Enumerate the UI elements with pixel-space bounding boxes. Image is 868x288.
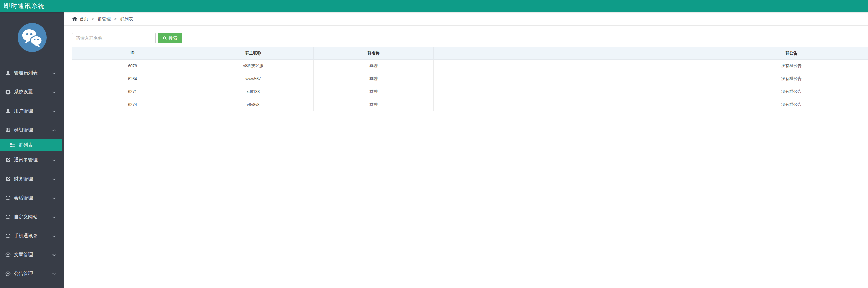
comment-icon — [5, 195, 11, 201]
wechat-logo-icon — [18, 23, 47, 52]
app-logo — [0, 12, 64, 61]
table-header-row: ID群主昵称群名称群公告 — [72, 47, 868, 60]
search-input[interactable] — [72, 33, 156, 43]
table-cell: 6264 — [72, 72, 193, 85]
home-icon — [72, 16, 77, 21]
sidebar-item[interactable]: 文章管理 — [0, 245, 64, 264]
table-column-header: 群名称 — [314, 47, 434, 60]
breadcrumb: 首页>群管理>群列表 — [64, 12, 868, 26]
sidebar-item[interactable]: 管理员列表 — [0, 64, 64, 83]
sidebar-item[interactable]: 通讯录管理 — [0, 151, 64, 170]
table-row: 6264www567群聊没有群公告 — [72, 72, 868, 85]
chevron-down-icon — [52, 253, 56, 257]
topbar: 即时通讯系统 — [0, 0, 868, 12]
sidebar-item[interactable]: 会话管理 — [0, 189, 64, 207]
sidebar-item[interactable]: 自定义网站 — [0, 207, 64, 226]
gear-icon — [5, 89, 11, 95]
table-cell: 6078 — [72, 60, 193, 72]
table-column-header: 群公告 — [434, 47, 868, 60]
comment-icon — [5, 271, 11, 277]
comment-icon — [5, 214, 11, 220]
search-toolbar: 搜索 — [72, 33, 868, 43]
breadcrumb-item[interactable]: 首页 — [80, 16, 88, 21]
chevron-down-icon — [52, 90, 56, 94]
sidebar: 管理员列表系统设置用户管理群组管理群列表通讯录管理财务管理会话管理自定义网站手机… — [0, 12, 64, 288]
table-cell: v8v8v8 — [193, 98, 314, 111]
sidebar-item[interactable]: 群组管理 — [0, 120, 64, 139]
breadcrumb-separator: > — [92, 17, 94, 21]
breadcrumb-separator: > — [114, 17, 117, 21]
chevron-down-icon — [52, 71, 56, 75]
search-button-label: 搜索 — [169, 35, 177, 41]
table-cell: 6271 — [72, 85, 193, 98]
sidebar-item[interactable]: 系统设置 — [0, 83, 64, 102]
table-cell: www567 — [193, 72, 314, 85]
chevron-down-icon — [52, 196, 56, 200]
users-icon — [5, 127, 11, 133]
table-row: 6271xd8133群聊没有群公告 — [72, 85, 868, 98]
comment-icon — [5, 252, 11, 258]
chevron-down-icon — [52, 109, 56, 113]
sidebar-item[interactable]: 手机通讯录 — [0, 226, 64, 245]
table-cell: 群聊 — [314, 60, 434, 72]
sidebar-nav: 管理员列表系统设置用户管理群组管理群列表通讯录管理财务管理会话管理自定义网站手机… — [0, 61, 64, 283]
comment-icon — [5, 233, 11, 239]
user-icon — [5, 108, 11, 114]
chevron-down-icon — [52, 177, 56, 181]
table-row: 6078v8科技客服群聊没有群公告 — [72, 60, 868, 72]
edit-icon — [5, 157, 11, 163]
table-cell: 没有群公告 — [434, 98, 868, 111]
table-cell: 群聊 — [314, 85, 434, 98]
group-table: ID群主昵称群名称群公告 6078v8科技客服群聊没有群公告6264www567… — [72, 47, 868, 111]
table-cell: 6274 — [72, 98, 193, 111]
breadcrumb-item[interactable]: 群管理 — [98, 16, 111, 21]
table-row: 6274v8v8v8群聊没有群公告 — [72, 98, 868, 111]
sidebar-item[interactable]: 财务管理 — [0, 170, 64, 189]
table-cell: xd8133 — [193, 85, 314, 98]
app-title: 即时通讯系统 — [0, 2, 45, 10]
sidebar-subitem[interactable]: 群列表 — [0, 139, 62, 151]
chevron-down-icon — [52, 234, 56, 238]
chevron-up-icon — [52, 128, 56, 132]
group-table-wrapper: ID群主昵称群名称群公告 6078v8科技客服群聊没有群公告6264www567… — [72, 47, 868, 111]
table-cell: 没有群公告 — [434, 60, 868, 72]
table-column-header: 群主昵称 — [193, 47, 314, 60]
main-content: 首页>群管理>群列表 搜索 ID群主昵称群名称群公告 6078v8科技客服群聊没… — [64, 12, 868, 288]
breadcrumb-item[interactable]: 群列表 — [120, 16, 133, 21]
sidebar-item[interactable]: 用户管理 — [0, 102, 64, 120]
sidebar-item[interactable]: 公告管理 — [0, 264, 64, 283]
table-cell: 没有群公告 — [434, 72, 868, 85]
table-cell: v8科技客服 — [193, 60, 314, 72]
chevron-down-icon — [52, 215, 56, 219]
edit-icon — [5, 176, 11, 182]
search-icon — [163, 36, 167, 40]
list-icon — [9, 142, 15, 148]
table-column-header: ID — [72, 47, 193, 60]
chevron-down-icon — [52, 158, 56, 162]
table-cell: 群聊 — [314, 72, 434, 85]
user-icon — [5, 70, 11, 76]
table-cell: 群聊 — [314, 98, 434, 111]
chevron-down-icon — [52, 272, 56, 276]
table-cell: 没有群公告 — [434, 85, 868, 98]
search-button[interactable]: 搜索 — [158, 33, 182, 43]
